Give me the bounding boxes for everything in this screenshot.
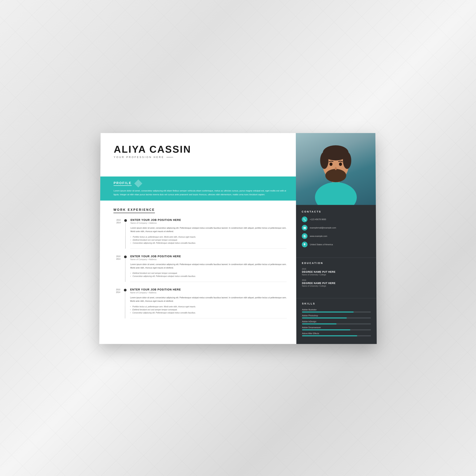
svg-point-7 xyxy=(329,162,332,166)
contacts-section: CONTACTS +123 45678 9000 examplemail@exa… xyxy=(296,205,376,254)
skill-bar-bg xyxy=(302,317,371,318)
company-name: Name of Company > Address xyxy=(130,222,286,224)
job-description: Lorem ipsum dolor sit amet, consectetur … xyxy=(130,296,287,303)
skill-name: Adobe Dreamweaver xyxy=(302,326,371,329)
bullet-item: Consectetur adipiscing elit. Pellentesqu… xyxy=(130,311,287,314)
skill-bar-bg xyxy=(302,311,371,312)
location-icon xyxy=(302,242,307,247)
svg-point-9 xyxy=(335,167,337,170)
skill-bar-bg xyxy=(302,329,371,330)
bullet-item: Eleifend tincidunt orci sed semper tempo… xyxy=(130,272,287,275)
job-title: ENTER YOUR JOB POSITION HERE xyxy=(130,218,286,221)
svg-point-0 xyxy=(315,182,357,205)
svg-point-6 xyxy=(325,169,346,182)
skill-bar-fill xyxy=(302,335,357,336)
person-avatar xyxy=(309,133,362,205)
job-content: ENTER YOUR JOB POSITION HERE Name of Com… xyxy=(130,288,287,319)
profession-dash-icon xyxy=(167,157,173,157)
timeline-line xyxy=(125,222,126,249)
edu-school: Name of University / College xyxy=(302,274,371,276)
web-icon xyxy=(302,233,307,239)
right-panel: CONTACTS +123 45678 9000 examplemail@exa… xyxy=(296,133,377,344)
job-timeline xyxy=(124,218,127,249)
contact-item-phone: +123 45678 9000 xyxy=(302,217,370,222)
left-panel: ALIYA CASSIN YOUR PROFESSION HERE PROFIL… xyxy=(99,133,296,344)
svg-point-8 xyxy=(339,162,342,166)
job-bullets: Porttitor lectus ut, pellentesque sem. M… xyxy=(130,236,287,245)
bullet-item: Consectetur adipiscing elit. Pellentesqu… xyxy=(130,242,287,245)
skill-name: Adobe Illustrator xyxy=(302,308,371,311)
job-description: Lorem ipsum dolor sit amet, consectetur … xyxy=(130,226,287,233)
job-years: 2010 2014 xyxy=(113,288,120,319)
job-entry: 2010 2014 ENTER YOUR JOB POSITION HERE N… xyxy=(113,255,287,282)
header-area: ALIYA CASSIN YOUR PROFESSION HERE xyxy=(100,133,296,171)
skill-item: Adobe Photoshop xyxy=(302,314,371,318)
edu-degree: DEGREE NAME PUT HERE xyxy=(302,270,371,273)
skill-bar-fill xyxy=(302,323,337,324)
skill-bar-bg xyxy=(302,323,371,324)
skill-bar-fill xyxy=(302,329,350,330)
skills-section: SKILLS Adobe Illustrator Adobe Photoshop… xyxy=(296,302,377,344)
skill-item: Adobe InDesign xyxy=(302,321,371,324)
skill-bar-fill xyxy=(302,317,347,318)
photo-placeholder xyxy=(296,133,376,205)
job-bullets: Porttitor lectus ut, pellentesque sem. M… xyxy=(130,305,287,314)
skill-name: Adobe InDesign xyxy=(302,321,371,323)
year-start: 2010 xyxy=(116,255,120,258)
location-text: United States of America xyxy=(310,243,333,246)
job-content: ENTER YOUR JOB POSITION HERE Name of Com… xyxy=(130,255,287,282)
job-years: 2010 2014 xyxy=(113,218,121,249)
timeline-dot xyxy=(124,289,127,291)
name-title: ALIYA CASSIN YOUR PROFESSION HERE xyxy=(114,144,286,158)
profile-header: PROFILE xyxy=(114,181,287,187)
skills-title: SKILLS xyxy=(302,302,371,305)
timeline-dot xyxy=(124,255,127,258)
skill-name: Adove After Effects xyxy=(302,332,371,335)
year-start: 2010 xyxy=(116,219,120,221)
contacts-title: CONTACTS xyxy=(302,210,370,213)
job-title: ENTER YOUR JOB POSITION HERE xyxy=(130,255,287,258)
job-bullets: Eleifend tincidunt orci sed semper tempo… xyxy=(130,272,287,278)
edu-degree: DEGREE NAME PUT HERE xyxy=(302,282,371,285)
year-end: 2014 xyxy=(116,258,120,260)
skill-bar-fill xyxy=(302,311,354,312)
bullet-item: Consectetur adipiscing elit. Pellentesqu… xyxy=(130,275,287,278)
job-years: 2010 2014 xyxy=(113,255,120,282)
svg-point-5 xyxy=(343,152,351,169)
bullet-item: Eleifend tincidunt orci sed semper tempo… xyxy=(130,308,287,311)
resume-document: ALIYA CASSIN YOUR PROFESSION HERE PROFIL… xyxy=(99,133,377,344)
bullet-item: Porttitor lectus ut, pellentesque sem. M… xyxy=(130,236,287,238)
work-experience-title: WORK EXPERIENCE xyxy=(114,208,155,213)
work-section: WORK EXPERIENCE 2010 2014 ENTER YOUR JOB… xyxy=(99,201,296,344)
timeline-line xyxy=(125,259,126,282)
profile-text: Lorem ipsum dolor sit amet, consectetur … xyxy=(114,189,286,197)
education-title: EDUCATION xyxy=(302,262,370,264)
bullet-item: Eleifend tincidunt orci sed semper tempo… xyxy=(130,238,287,242)
profile-title: PROFILE xyxy=(114,181,132,186)
edu-year: 2016 xyxy=(302,268,371,270)
profile-section: PROFILE Lorem ipsum dolor sit amet, cons… xyxy=(100,176,296,201)
job-title: ENTER YOUR JOB POSITION HERE xyxy=(130,288,287,291)
skill-bar-bg xyxy=(302,335,371,336)
timeline-dot xyxy=(124,219,127,222)
edu-entry: 2016 DEGREE NAME PUT HERE Name of Univer… xyxy=(302,279,371,287)
profession: YOUR PROFESSION HERE xyxy=(114,156,164,159)
timeline-line xyxy=(125,292,125,319)
contact-item-web: www.example.com xyxy=(302,233,370,239)
job-timeline xyxy=(124,255,127,282)
contact-item-location: United States of America xyxy=(302,242,370,247)
job-timeline xyxy=(124,288,127,319)
email-text: examplemail@example.com xyxy=(310,227,336,229)
photo-area xyxy=(296,133,376,205)
skill-item: Adobe Illustrator xyxy=(302,308,371,312)
skill-name: Adobe Photoshop xyxy=(302,314,371,317)
phone-icon xyxy=(302,217,307,222)
contact-item-email: examplemail@example.com xyxy=(302,225,370,231)
full-name: ALIYA CASSIN xyxy=(114,144,287,154)
email-icon xyxy=(302,225,307,231)
profession-line: YOUR PROFESSION HERE xyxy=(114,156,286,159)
edu-year: 2016 xyxy=(302,279,371,281)
job-description: Lorem ipsum dolor sit amet, consectetur … xyxy=(130,263,287,270)
company-name: Name of Company > Address xyxy=(130,258,287,260)
job-entry: 2010 2014 ENTER YOUR JOB POSITION HERE N… xyxy=(113,218,287,249)
